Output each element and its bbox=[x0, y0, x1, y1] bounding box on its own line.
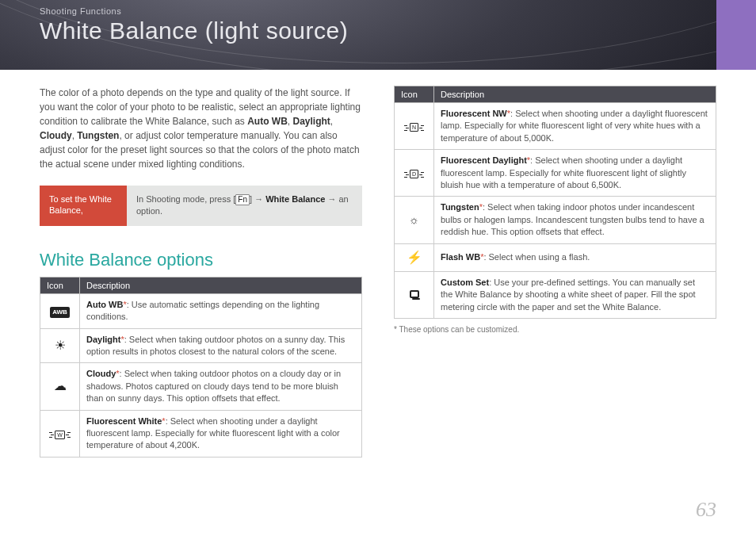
description-cell: Tungsten*: Select when taking indoor pho… bbox=[434, 197, 716, 243]
breadcrumb: Shooting Functions bbox=[40, 6, 716, 16]
description-cell: Flash WB*: Select when using a flash. bbox=[434, 243, 716, 271]
icon-cell bbox=[395, 271, 434, 318]
page-title: White Balance (light source) bbox=[40, 17, 716, 44]
table-header-icon: Icon bbox=[395, 86, 434, 103]
instruction-text: In Shooting mode, press [Fn] → White Bal… bbox=[127, 186, 362, 226]
description-cell: Custom Set: Use your pre-defined setting… bbox=[434, 271, 716, 318]
fn-key-icon: Fn bbox=[235, 194, 250, 205]
description-cell: Fluorescent Daylight*: Select when shoot… bbox=[434, 150, 716, 197]
content-area: The color of a photo depends on the type… bbox=[0, 70, 756, 458]
instruction-box: To set the White Balance, In Shooting mo… bbox=[40, 186, 362, 226]
white-balance-table-right: Icon Description NFluorescent NW*: Selec… bbox=[394, 86, 716, 319]
custom-set-icon bbox=[410, 290, 419, 298]
page-number: 63 bbox=[696, 498, 716, 522]
description-cell: Daylight*: Select when taking outdoor ph… bbox=[80, 328, 362, 363]
icon-cell: AWB bbox=[40, 293, 80, 328]
table-header-desc: Description bbox=[80, 277, 362, 293]
description-cell: Auto WB*: Use automatic settings dependi… bbox=[80, 293, 362, 328]
icon-cell: D bbox=[395, 150, 434, 197]
intro-paragraph: The color of a photo depends on the type… bbox=[40, 86, 362, 171]
table-row: WFluorescent White*: Select when shootin… bbox=[40, 410, 362, 457]
table-row: Custom Set: Use your pre-defined setting… bbox=[395, 271, 716, 318]
description-cell: Fluorescent White*: Select when shooting… bbox=[80, 410, 362, 457]
flash-wb-icon: ⚡ bbox=[407, 251, 422, 264]
description-cell: Fluorescent NW*: Select when shooting un… bbox=[434, 103, 716, 150]
footnote: * These options can be customized. bbox=[394, 325, 716, 334]
icon-cell: ☼ bbox=[395, 197, 434, 243]
table-header-desc: Description bbox=[434, 86, 716, 103]
table-row: NFluorescent NW*: Select when shooting u… bbox=[395, 103, 716, 150]
tungsten-icon: ☼ bbox=[409, 213, 419, 226]
table-row: ☁Cloudy*: Select when taking outdoor pho… bbox=[40, 363, 362, 410]
fluorescent-white-icon: W bbox=[55, 431, 65, 439]
description-cell: Cloudy*: Select when taking outdoor phot… bbox=[80, 363, 362, 410]
white-balance-table-left: Icon Description AWBAuto WB*: Use automa… bbox=[40, 277, 362, 458]
table-row: DFluorescent Daylight*: Select when shoo… bbox=[395, 150, 716, 197]
table-header-icon: Icon bbox=[40, 277, 80, 293]
table-row: ☀Daylight*: Select when taking outdoor p… bbox=[40, 328, 362, 363]
auto-wb-icon: AWB bbox=[50, 307, 70, 317]
cloudy-icon: ☁ bbox=[54, 379, 67, 392]
table-row: ☼Tungsten*: Select when taking indoor ph… bbox=[395, 197, 716, 243]
fluorescent-nw-icon: N bbox=[410, 123, 418, 132]
icon-cell: ⚡ bbox=[395, 243, 434, 271]
icon-cell: ☀ bbox=[40, 328, 80, 363]
daylight-icon: ☀ bbox=[55, 339, 66, 352]
instruction-label: To set the White Balance, bbox=[40, 186, 127, 226]
table-row: AWBAuto WB*: Use automatic settings depe… bbox=[40, 293, 362, 328]
options-heading: White Balance options bbox=[40, 250, 362, 270]
table-row: ⚡Flash WB*: Select when using a flash. bbox=[395, 243, 716, 271]
right-column: Icon Description NFluorescent NW*: Selec… bbox=[394, 86, 716, 458]
left-column: The color of a photo depends on the type… bbox=[40, 86, 362, 458]
icon-cell: W bbox=[40, 410, 80, 457]
fluorescent-daylight-icon: D bbox=[410, 170, 418, 178]
page-header: Shooting Functions White Balance (light … bbox=[0, 0, 756, 70]
icon-cell: ☁ bbox=[40, 363, 80, 410]
icon-cell: N bbox=[395, 103, 434, 150]
